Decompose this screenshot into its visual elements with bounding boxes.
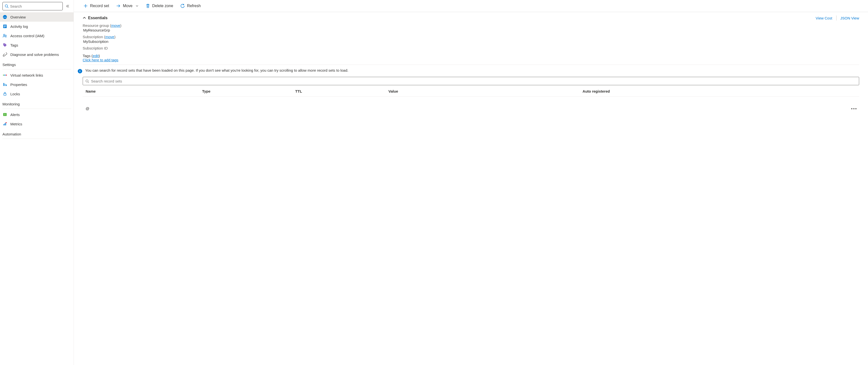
tags-icon [2, 43, 7, 48]
tags-edit-link[interactable]: edit [93, 54, 99, 58]
svg-point-10 [4, 44, 4, 44]
command-bar: Record set Move Delete zone [74, 0, 868, 12]
sidebar-item-activity-log[interactable]: Activity log [0, 22, 73, 31]
separator [836, 16, 837, 21]
resource-group-move-link[interactable]: move [111, 23, 120, 28]
svg-rect-17 [4, 93, 6, 95]
main-content: Essentials View Cost JSON View Resource … [74, 12, 868, 365]
svg-point-11 [3, 75, 4, 76]
collapse-sidebar-button[interactable] [64, 3, 71, 9]
essentials-body: Resource group (move) MyResourceGrp Subs… [83, 23, 859, 62]
col-name[interactable]: Name [83, 86, 199, 96]
svg-rect-6 [4, 26, 6, 27]
sidebar-item-metrics[interactable]: Metrics [0, 119, 73, 129]
properties-icon [2, 82, 7, 87]
svg-point-12 [4, 75, 5, 76]
sidebar-section-automation: Automation [0, 129, 73, 138]
sidebar-item-label: Activity log [10, 24, 28, 29]
resource-group-value: MyResourceGrp [83, 28, 859, 32]
vnet-links-icon [2, 73, 7, 78]
arrow-right-icon [116, 3, 121, 8]
chevron-up-icon [83, 16, 86, 20]
sidebar-item-label: Access control (IAM) [10, 34, 44, 38]
alerts-icon [2, 112, 7, 117]
sidebar-item-label: Alerts [10, 113, 20, 117]
record-search-box[interactable] [83, 77, 859, 85]
sidebar-item-vnet-links[interactable]: Virtual network links [0, 71, 73, 80]
locks-icon [2, 91, 7, 96]
dns-icon: DNS [2, 15, 7, 20]
sidebar-item-iam[interactable]: Access control (IAM) [0, 31, 73, 40]
info-icon: i [78, 69, 82, 74]
table-row[interactable]: @ ••• [83, 96, 859, 114]
button-label: Refresh [187, 4, 201, 8]
sidebar: DNS Overview Activity log Access control… [0, 0, 74, 365]
svg-rect-7 [4, 27, 5, 27]
tags-add-link[interactable]: Click here to add tags [83, 58, 118, 62]
diagnose-icon [2, 52, 7, 57]
move-button[interactable]: Move [115, 2, 139, 9]
sidebar-item-diagnose[interactable]: Diagnose and solve problems [0, 50, 73, 59]
svg-rect-19 [3, 124, 4, 125]
chevron-down-icon [135, 4, 138, 7]
essentials-title-text: Essentials [88, 16, 107, 20]
record-search-input[interactable] [91, 79, 857, 83]
svg-text:DNS: DNS [3, 17, 7, 18]
svg-line-24 [88, 82, 89, 83]
svg-rect-15 [5, 84, 5, 86]
sidebar-item-label: Tags [10, 43, 18, 47]
svg-rect-14 [3, 83, 4, 86]
plus-icon [83, 3, 88, 8]
row-context-menu[interactable]: ••• [813, 96, 859, 114]
search-icon [5, 4, 9, 8]
sidebar-item-properties[interactable]: Properties [0, 80, 73, 89]
record-set-button[interactable]: Record set [83, 2, 110, 9]
svg-point-22 [6, 122, 7, 123]
records-table: Name Type TTL Value Auto registered @ [83, 86, 859, 114]
view-cost-link[interactable]: View Cost [815, 16, 832, 20]
sidebar-item-label: Virtual network links [10, 73, 43, 77]
sidebar-search-box[interactable] [2, 2, 63, 10]
svg-point-13 [6, 75, 7, 76]
svg-rect-5 [4, 25, 6, 26]
cell-auto [580, 96, 813, 114]
cell-type [199, 96, 292, 114]
sidebar-item-label: Metrics [10, 122, 22, 126]
search-icon [85, 79, 89, 83]
svg-point-0 [5, 5, 8, 7]
info-banner: i You can search for record sets that ha… [83, 68, 859, 74]
activity-log-icon [2, 24, 7, 29]
sidebar-item-locks[interactable]: Locks [0, 89, 73, 99]
subscription-id-label: Subscription ID [83, 46, 859, 50]
subscription-move-link[interactable]: move [105, 35, 115, 39]
col-type[interactable]: Type [199, 86, 292, 96]
json-view-link[interactable]: JSON View [840, 16, 859, 20]
essentials-toggle[interactable]: Essentials [83, 16, 107, 20]
sidebar-item-label: Properties [10, 83, 27, 87]
sidebar-item-overview[interactable]: DNS Overview [0, 12, 73, 22]
divider [83, 64, 859, 65]
subscription-value: MySubscription [83, 39, 859, 44]
col-ttl[interactable]: TTL [292, 86, 385, 96]
refresh-icon [180, 3, 185, 8]
sidebar-item-alerts[interactable]: Alerts [0, 110, 73, 119]
sidebar-item-tags[interactable]: Tags [0, 40, 73, 50]
svg-rect-16 [6, 84, 7, 86]
svg-rect-20 [4, 123, 5, 125]
button-label: Record set [90, 4, 109, 8]
refresh-button[interactable]: Refresh [180, 2, 201, 9]
divider [2, 69, 71, 69]
iam-icon [2, 33, 7, 38]
info-text: You can search for record sets that have… [85, 68, 348, 73]
cell-name: @ [83, 96, 199, 114]
col-auto[interactable]: Auto registered [580, 86, 813, 96]
svg-line-1 [7, 7, 8, 8]
col-value[interactable]: Value [385, 86, 580, 96]
trash-icon [146, 3, 150, 8]
divider [2, 139, 71, 139]
sidebar-item-label: Diagnose and solve problems [10, 53, 59, 57]
delete-zone-button[interactable]: Delete zone [145, 2, 174, 9]
sidebar-search-input[interactable] [10, 4, 61, 8]
tags-label: Tags (edit) [83, 54, 100, 58]
sidebar-section-monitoring: Monitoring [0, 99, 73, 108]
